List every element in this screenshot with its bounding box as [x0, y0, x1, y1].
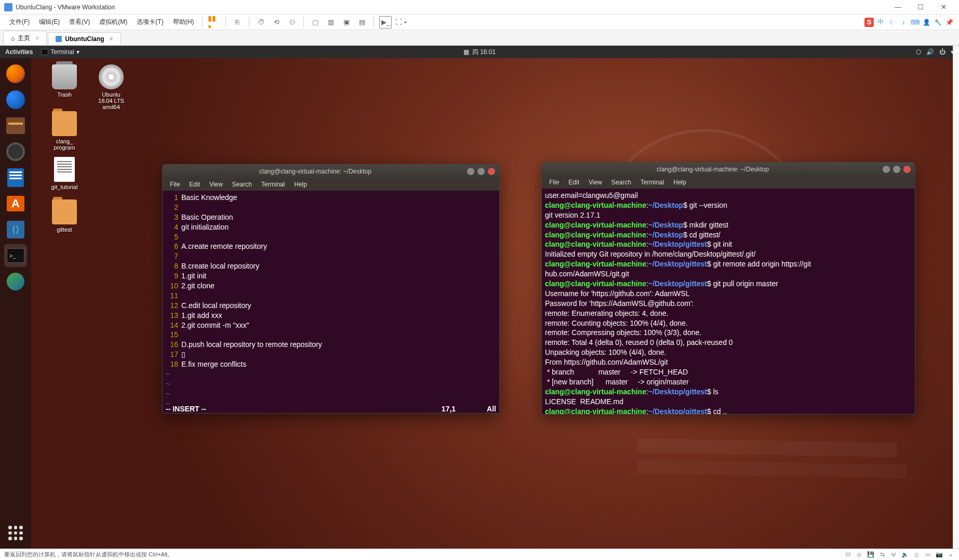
person-icon[interactable]: 👤: [922, 18, 931, 27]
dvd-icon: [99, 64, 124, 89]
snapshot-button[interactable]: ⏱: [255, 16, 267, 29]
maximize-window-button[interactable]: [477, 168, 485, 175]
desktop-icon-clang-program[interactable]: clang_ program: [44, 111, 85, 151]
term-menu-terminal[interactable]: Terminal: [636, 178, 668, 187]
status-area[interactable]: ⬡ 🔊 ⏻ ▾: [916, 48, 954, 56]
menu-vm[interactable]: 虚拟机(M): [95, 16, 131, 29]
dock-writer[interactable]: [4, 166, 27, 189]
dock-files[interactable]: [4, 114, 27, 137]
close-tab-icon[interactable]: ×: [35, 35, 39, 42]
vim-scroll-pct: All: [487, 405, 496, 413]
device-camera-icon[interactable]: 📷: [935, 551, 943, 559]
keyboard-icon[interactable]: ⌨: [910, 18, 920, 27]
desktop-icon-git-tutorial[interactable]: git_tutorial: [44, 157, 85, 190]
maximize-window-button[interactable]: [893, 166, 900, 173]
menu-edit[interactable]: 编辑(E): [35, 16, 64, 29]
term-menu-view[interactable]: View: [205, 180, 227, 189]
snapshot-manager-button[interactable]: ⏲: [286, 16, 298, 29]
device-network-icon[interactable]: ⇆: [878, 551, 886, 559]
maximize-button[interactable]: ☐: [909, 0, 932, 15]
minimize-button[interactable]: —: [886, 0, 909, 15]
clock[interactable]: ▦ 四 16:01: [463, 48, 496, 57]
vim-mode: -- INSERT --: [166, 405, 206, 413]
device-cd-icon[interactable]: ◎: [855, 551, 863, 559]
desktop-icon-gittest[interactable]: gittest: [44, 199, 85, 233]
close-tab-icon[interactable]: ×: [110, 35, 113, 43]
desktop-icon-trash[interactable]: Trash: [44, 64, 85, 98]
app-menu[interactable]: Terminal ▾: [41, 48, 79, 56]
desktop-icon-label: Ubuntu 18.04 LTS amd64: [90, 91, 132, 110]
device-floppy-icon[interactable]: 💾: [867, 551, 875, 559]
dock-anyconnect[interactable]: [4, 270, 27, 293]
chevron-icon[interactable]: »: [947, 551, 955, 559]
terminal-window-git[interactable]: clang@clang-virtual-machine: ~/Desktop F…: [541, 162, 915, 415]
pin-icon[interactable]: 📌: [944, 18, 954, 27]
device-sound-icon[interactable]: 🔉: [901, 551, 909, 559]
activities-button[interactable]: Activities: [5, 48, 33, 56]
tool-icon[interactable]: 🔧: [933, 18, 942, 27]
desktop-icon-dvd[interactable]: Ubuntu 18.04 LTS amd64: [90, 64, 132, 110]
dock-terminal[interactable]: >_: [4, 244, 27, 267]
menu-help[interactable]: 帮助(H): [169, 16, 198, 29]
device-display-icon[interactable]: ▭: [924, 551, 932, 559]
menu-view[interactable]: 查看(V): [65, 16, 94, 29]
terminal-titlebar[interactable]: clang@clang-virtual-machine: ~/Desktop: [542, 163, 915, 176]
pause-vm-button[interactable]: ▮▮ ▾: [208, 16, 220, 29]
minimize-window-button[interactable]: [467, 168, 474, 175]
send-ctrl-alt-del-button[interactable]: ⎘: [231, 16, 244, 29]
term-menu-file[interactable]: File: [545, 178, 563, 187]
terminal-window-vim[interactable]: clang@clang-virtual-machine: ~/Desktop F…: [162, 164, 500, 414]
files-icon: [6, 117, 25, 134]
terminal-content[interactable]: user.email=clangwu5@gmail clang@clang-vi…: [542, 189, 915, 415]
term-menu-help[interactable]: Help: [669, 178, 690, 187]
view-split-button[interactable]: ▥: [325, 16, 337, 29]
desktop-icon-label: Trash: [44, 91, 85, 98]
term-menu-search[interactable]: Search: [228, 180, 256, 189]
dock-disks[interactable]: [4, 140, 27, 163]
term-menu-edit[interactable]: Edit: [185, 180, 204, 189]
device-hdd-icon[interactable]: ⛁: [844, 551, 852, 559]
dock-vscode[interactable]: ⟨⟩: [4, 218, 27, 241]
writer-icon: [7, 168, 24, 187]
terminal-content[interactable]: 1Basic Knowledge 2 3Basic Operation 4git…: [163, 191, 499, 414]
desktop-icon-label: gittest: [44, 226, 85, 233]
minimize-window-button[interactable]: [883, 166, 890, 173]
menu-file[interactable]: 文件(F): [5, 16, 34, 29]
term-menu-search[interactable]: Search: [607, 178, 635, 187]
dock-firefox[interactable]: [4, 62, 27, 85]
volume-icon: 🔊: [926, 48, 934, 56]
music-icon[interactable]: ♪: [899, 18, 908, 27]
menu-tabs[interactable]: 选项卡(T): [132, 16, 167, 29]
folder-icon: [52, 111, 77, 136]
device-usb-icon[interactable]: Ψ: [889, 551, 898, 559]
terminal-menubar: File Edit View Search Terminal Help: [163, 178, 499, 191]
show-applications-button[interactable]: [6, 524, 25, 542]
term-menu-file[interactable]: File: [166, 180, 184, 189]
tab-vm[interactable]: UbuntuClang ×: [48, 32, 121, 45]
view-unity-button[interactable]: ▣: [340, 16, 353, 29]
term-menu-view[interactable]: View: [584, 178, 606, 187]
close-window-button[interactable]: [903, 166, 911, 173]
view-console-button[interactable]: ▤: [356, 16, 368, 29]
revert-snapshot-button[interactable]: ⟲: [270, 16, 283, 29]
dock-thunderbird[interactable]: [4, 88, 27, 111]
term-menu-edit[interactable]: Edit: [564, 178, 583, 187]
close-window-button[interactable]: [488, 168, 495, 175]
term-menu-terminal[interactable]: Terminal: [257, 180, 289, 189]
vim-status-line: -- INSERT -- 17,1 All: [163, 405, 499, 413]
tab-home[interactable]: ⌂ 主页 ×: [3, 31, 47, 45]
terminal-titlebar[interactable]: clang@clang-virtual-machine: ~/Desktop: [163, 165, 499, 178]
sogou-ime-icon[interactable]: S: [864, 18, 874, 27]
view-single-button[interactable]: ▢: [309, 16, 322, 29]
close-button[interactable]: ✕: [932, 0, 955, 15]
dock-software[interactable]: [4, 192, 27, 215]
app-menu-label: Terminal: [50, 48, 74, 56]
night-mode-icon[interactable]: ☾: [887, 18, 897, 27]
device-printer-icon[interactable]: ⎙: [912, 551, 921, 559]
terminal-app-icon: [41, 49, 48, 55]
guest-desktop[interactable]: Activities Terminal ▾ ▦ 四 16:01 ⬡ 🔊 ⏻ ▾ …: [0, 46, 959, 549]
enter-fullscreen-button[interactable]: ▶_: [379, 16, 392, 29]
ime-lang-icon[interactable]: 中: [876, 18, 885, 27]
term-menu-help[interactable]: Help: [290, 180, 311, 189]
stretch-button[interactable]: ⛶ ▾: [395, 16, 407, 29]
